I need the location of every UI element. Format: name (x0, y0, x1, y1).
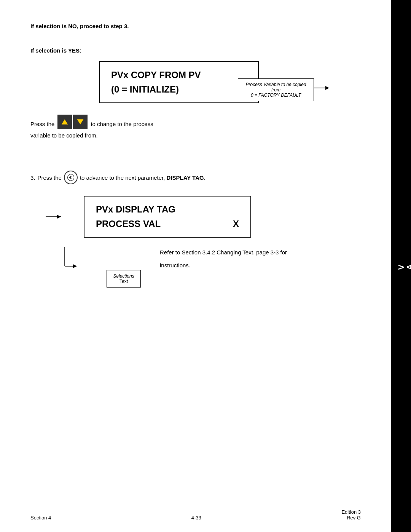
arrow-svg (310, 80, 337, 96)
box2-line2-left: PROCESS VAL (96, 219, 161, 229)
display-box-1: PVx COPY FROM PV (0 = INITIALIZE) X (99, 61, 259, 103)
footer-right: Edition 3 Rev G (341, 509, 361, 521)
press-the-text: Press the (30, 121, 54, 127)
svg-marker-10 (73, 264, 77, 268)
footer-rev: Rev G (341, 515, 361, 521)
press-buttons-row: Press the to change to the process (30, 115, 358, 129)
sidebar-label: PROCESS VARIABLES (330, 262, 411, 270)
box2-arrow-container (46, 213, 65, 220)
box2-arrow-svg (46, 213, 65, 220)
note-connector: Process Variable to be copied from 0 = F… (310, 80, 337, 96)
box1-line2-left: (0 = INITIALIZE) (111, 84, 179, 95)
instructions-text: instructions. (160, 262, 287, 268)
step3-press-text: Press the (38, 174, 62, 181)
box2-line2: PROCESS VAL X (96, 219, 239, 229)
box2-line2-right: X (233, 219, 239, 229)
svg-marker-2 (62, 119, 68, 124)
footer: Section 4 4-33 Edition 3 Rev G (0, 506, 391, 521)
svg-marker-7 (57, 215, 61, 219)
sidebar: PROCESS VARIABLES (391, 0, 411, 532)
footer-edition: Edition 3 (341, 509, 361, 515)
box1-section: PVx COPY FROM PV (0 = INITIALIZE) X Proc… (30, 61, 358, 103)
note-line2: 0 = FACTORY DEFAULT (243, 93, 309, 98)
box2-line1: PVx DISPLAY TAG (96, 204, 239, 215)
box2-section: PVx DISPLAY TAG PROCESS VAL X (61, 196, 358, 238)
to-change-text: to change to the process (91, 121, 153, 127)
step3-advance-text: to advance to the next parameter, (80, 174, 165, 181)
round-button[interactable] (64, 171, 78, 184)
selections-italic: Selections (112, 273, 136, 279)
down-arrow-icon (76, 118, 84, 126)
footer-left: Section 4 (30, 515, 51, 521)
footer-center: 4-33 (191, 515, 201, 521)
display-box-2: PVx DISPLAY TAG PROCESS VAL X (84, 196, 251, 238)
if-yes-text: If selection is YES: (30, 47, 358, 54)
arrow-buttons (57, 115, 88, 129)
up-arrow-button[interactable] (57, 115, 72, 129)
selections-box: Selections Text (107, 270, 141, 288)
step3-bold-text: DISPLAY TAG (167, 174, 204, 181)
note-line1: Process Variable to be copied from (243, 82, 309, 93)
svg-marker-1 (325, 86, 329, 90)
selections-left: Selections Text (61, 247, 141, 288)
up-arrow-icon (61, 118, 68, 126)
variable-text: variable to be copied from. (30, 132, 358, 139)
box1-line1: PVx COPY FROM PV (111, 70, 247, 80)
selections-label: Text (112, 279, 136, 284)
svg-marker-5 (69, 177, 70, 179)
selections-row: Selections Text Refer to Section 3.4.2 C… (61, 247, 358, 288)
round-button-icon (67, 173, 75, 182)
refer-section: Refer to Section 3.4.2 Changing Text, pa… (160, 249, 287, 268)
step3-area: 3. Press the to advance to the next para… (30, 171, 358, 184)
step3-number: 3. (30, 174, 35, 181)
selections-connector-svg (61, 247, 80, 270)
page-container: PROCESS VARIABLES If selection is NO, pr… (0, 0, 411, 532)
step3-after-text: to advance to the next parameter, DISPLA… (80, 174, 206, 181)
if-no-text: If selection is NO, proceed to step 3. (30, 23, 358, 29)
down-arrow-button[interactable] (73, 115, 88, 129)
svg-marker-3 (77, 119, 84, 124)
main-content: If selection is NO, proceed to step 3. I… (30, 23, 358, 288)
refer-text: Refer to Section 3.4.2 Changing Text, pa… (160, 249, 287, 256)
box1-line2: (0 = INITIALIZE) X (111, 84, 247, 95)
note-box: Process Variable to be copied from 0 = F… (238, 78, 314, 101)
